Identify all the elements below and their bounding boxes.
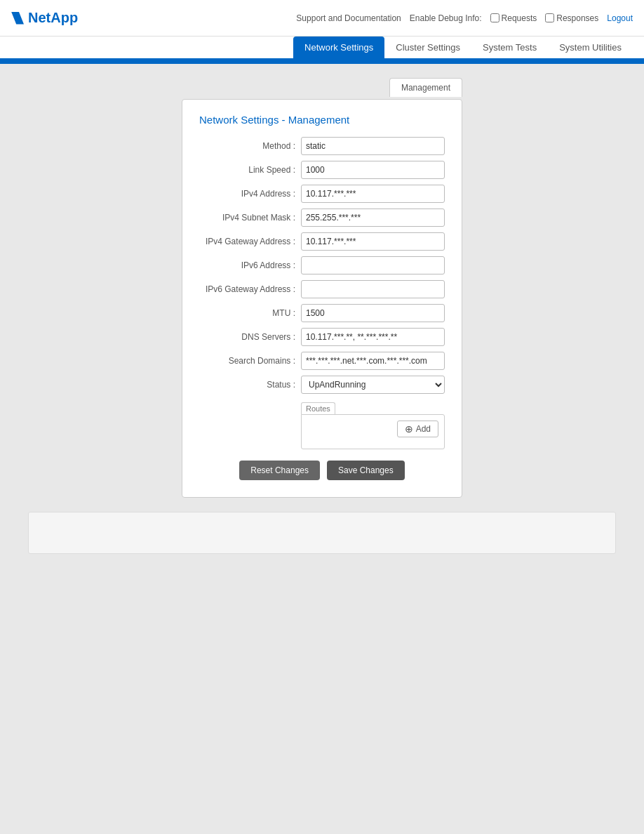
responses-checkbox-label[interactable]: Responses [545, 13, 598, 23]
routes-box: ⊕ Add [301, 414, 445, 449]
card-title: Network Settings - Management [199, 114, 445, 126]
add-button-label: Add [416, 424, 431, 434]
input-method[interactable] [301, 137, 445, 155]
requests-label: Requests [502, 13, 537, 23]
requests-checkbox[interactable] [490, 13, 499, 22]
input-dns-servers[interactable] [301, 328, 445, 346]
label-link-speed: Link Speed : [199, 165, 301, 175]
nav-tabs: Network Settings Cluster Settings System… [0, 37, 644, 58]
netapp-logo-icon [11, 12, 24, 25]
field-row-ipv4-gateway: IPv4 Gateway Address : [199, 232, 445, 251]
support-link[interactable]: Support and Documentation [296, 13, 401, 23]
network-settings-card: Network Settings - Management Method : L… [182, 99, 462, 498]
field-row-dns-servers: DNS Servers : [199, 328, 445, 346]
responses-checkbox[interactable] [545, 13, 554, 22]
label-method: Method : [199, 141, 301, 151]
label-mtu: MTU : [199, 308, 301, 318]
label-status: Status : [199, 380, 301, 390]
debug-label: Enable Debug Info: [410, 13, 482, 23]
field-row-search-domains: Search Domains : [199, 352, 445, 370]
field-row-ipv4-subnet-mask: IPv4 Subnet Mask : [199, 208, 445, 227]
bottom-console [28, 512, 616, 554]
add-route-button[interactable]: ⊕ Add [397, 421, 438, 437]
requests-checkbox-label[interactable]: Requests [490, 13, 537, 23]
tab-network-settings[interactable]: Network Settings [293, 37, 384, 58]
field-row-status: Status : UpAndRunning Down Maintenance [199, 376, 445, 394]
input-ipv6-address[interactable] [301, 256, 445, 274]
input-search-domains[interactable] [301, 352, 445, 370]
label-ipv6-address: IPv6 Address : [199, 260, 301, 270]
logo-text: NetApp [28, 10, 78, 26]
card-wrapper: Management Network Settings - Management… [182, 99, 462, 498]
tab-system-utilities[interactable]: System Utilities [548, 37, 633, 58]
main-content: Management Network Settings - Management… [0, 64, 644, 626]
top-bar: NetApp Support and Documentation Enable … [0, 0, 644, 37]
routes-label: Routes [301, 402, 335, 414]
input-link-speed[interactable] [301, 161, 445, 179]
label-search-domains: Search Domains : [199, 356, 301, 366]
tab-system-tests[interactable]: System Tests [471, 37, 548, 58]
input-ipv4-address[interactable] [301, 185, 445, 203]
blue-stripe [0, 58, 644, 64]
management-tab[interactable]: Management [389, 78, 462, 97]
field-row-ipv6-gateway: IPv6 Gateway Address : [199, 280, 445, 298]
logout-link[interactable]: Logout [607, 13, 633, 23]
tab-cluster-settings[interactable]: Cluster Settings [384, 37, 471, 58]
input-ipv6-gateway[interactable] [301, 280, 445, 298]
field-row-ipv6-address: IPv6 Address : [199, 256, 445, 274]
top-links: Support and Documentation Enable Debug I… [296, 13, 633, 23]
action-buttons: Reset Changes Save Changes [199, 461, 445, 480]
add-button-area: ⊕ Add [307, 421, 438, 437]
label-ipv4-address: IPv4 Address : [199, 189, 301, 199]
input-ipv4-subnet-mask[interactable] [301, 208, 445, 227]
input-mtu[interactable] [301, 304, 445, 322]
field-row-method: Method : [199, 137, 445, 155]
save-changes-button[interactable]: Save Changes [327, 461, 405, 480]
select-status[interactable]: UpAndRunning Down Maintenance [301, 376, 445, 394]
logo-area: NetApp [11, 10, 78, 26]
label-ipv6-gateway: IPv6 Gateway Address : [199, 284, 301, 294]
routes-section: Routes ⊕ Add [301, 402, 445, 449]
plus-icon: ⊕ [405, 423, 413, 435]
reset-changes-button[interactable]: Reset Changes [239, 461, 320, 480]
field-row-mtu: MTU : [199, 304, 445, 322]
label-dns-servers: DNS Servers : [199, 332, 301, 342]
label-ipv4-subnet-mask: IPv4 Subnet Mask : [199, 213, 301, 223]
field-row-ipv4-address: IPv4 Address : [199, 185, 445, 203]
responses-label: Responses [556, 13, 598, 23]
label-ipv4-gateway: IPv4 Gateway Address : [199, 237, 301, 246]
input-ipv4-gateway[interactable] [301, 232, 445, 251]
field-row-link-speed: Link Speed : [199, 161, 445, 179]
